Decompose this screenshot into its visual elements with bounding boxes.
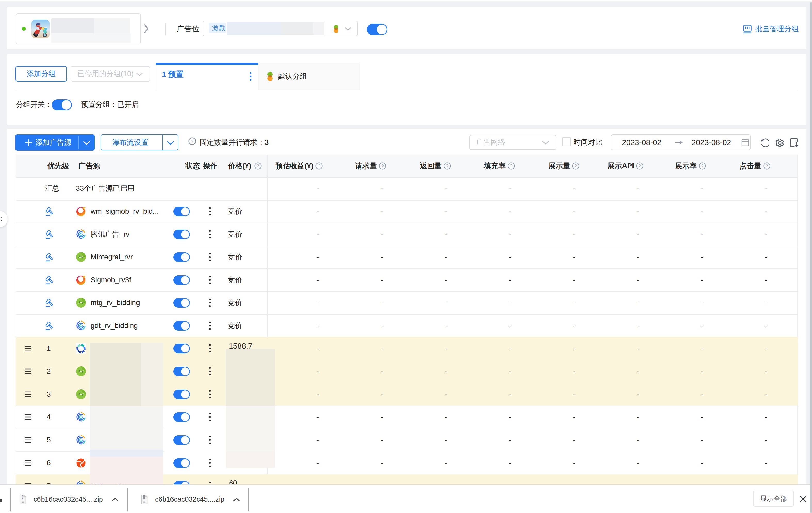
svg-text:?: ? xyxy=(257,164,259,168)
svg-text:?: ? xyxy=(639,164,641,168)
svg-text:?: ? xyxy=(575,164,577,168)
svg-text:?: ? xyxy=(510,164,513,168)
svg-text:ZIP: ZIP xyxy=(22,501,24,503)
svg-text:?: ? xyxy=(318,164,320,168)
svg-text:ZIP: ZIP xyxy=(143,501,145,503)
svg-text:?: ? xyxy=(701,164,704,168)
svg-text:?: ? xyxy=(191,139,194,144)
svg-text:?: ? xyxy=(381,164,384,168)
svg-text:?: ? xyxy=(446,164,448,168)
svg-text:?: ? xyxy=(766,164,768,168)
